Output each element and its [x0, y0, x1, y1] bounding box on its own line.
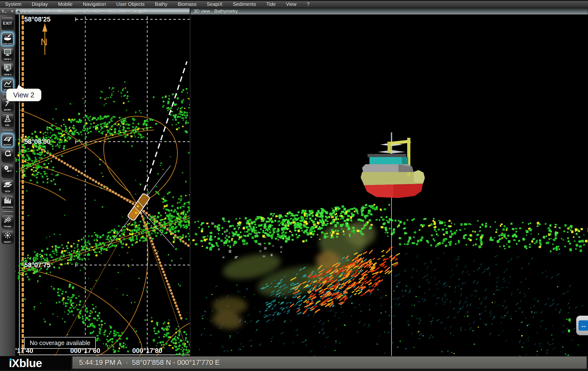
own-ship-icon	[3, 34, 12, 41]
teamviewer-glyph: ↔	[580, 322, 587, 329]
menu-item-seapix[interactable]: SeapiX	[202, 1, 228, 7]
toolbar-button-night[interactable]: NIGHT	[1, 230, 14, 244]
toolbar-button-label: VIEW 1	[2, 58, 13, 60]
menu-item-system[interactable]: System	[0, 1, 27, 7]
menu-item-user-objects[interactable]: User Objects	[111, 1, 150, 7]
menu-item-[interactable]: ?	[302, 1, 315, 7]
menu-item-sediments[interactable]: Sediments	[228, 1, 261, 7]
toolbar-title: T...	[2, 9, 7, 13]
logo-rest: Xblue	[12, 356, 42, 370]
toolbar-separator	[2, 130, 13, 131]
menu-item-view[interactable]: View	[281, 1, 302, 7]
map-title-text: N UP - RM - Mercator - 1/5 000 - WGS84 -…	[22, 9, 147, 14]
fish-school-right	[384, 218, 588, 252]
own-ship-marker[interactable]	[127, 193, 150, 221]
menu-item-display[interactable]: Display	[27, 1, 53, 7]
toolbar-button-label: HISTOGRAM	[2, 206, 13, 208]
lat-label-1: 58°08'00	[24, 138, 50, 146]
map-gridlines	[76, 16, 190, 355]
toolbar-button-bathy[interactable]: BATHY	[1, 133, 14, 147]
menu-item-bathy[interactable]: Bathy	[150, 1, 172, 7]
tooltip-pointer	[17, 85, 24, 89]
ebl-icon	[3, 115, 12, 123]
logo-dot	[10, 359, 12, 361]
trawl-icon	[3, 216, 12, 224]
toolbar-button-label: EBL	[2, 124, 13, 127]
echo-smudges	[211, 221, 376, 331]
map-chart: N	[15, 14, 190, 356]
bathy-icon	[3, 135, 12, 143]
svg-text:N: N	[41, 37, 47, 47]
menu-item-biomass[interactable]: Biomass	[172, 1, 202, 7]
ixblue-logo: ıXblue	[9, 356, 42, 370]
toolbar-button-label: EXIT	[2, 21, 13, 26]
night-icon	[3, 232, 12, 239]
toolbar-buttons: EXITOWN SHIPVIEW 1VIEW 2SEAPIXMARKEBLBAT…	[0, 15, 15, 244]
toolbar-button-own-ship[interactable]: OWN SHIP	[1, 32, 14, 46]
sedi-icon	[3, 181, 12, 189]
status-bar: ıXblue 5:44:19 PM A · 58°07'858 N - 000°…	[0, 356, 588, 371]
toolbar-button-view-2[interactable]: VIEW 2	[1, 63, 14, 77]
seapix-icon	[3, 80, 12, 88]
ship-3d-model	[361, 132, 425, 198]
map-panel-title: ◄ N UP - RM - Mercator - 1/5 000 - WGS84…	[15, 8, 190, 14]
view3d-content[interactable]	[191, 14, 588, 356]
scattered-detections	[199, 284, 579, 356]
toolbar-button-echo-loop[interactable]	[1, 149, 14, 162]
tooltip-text: View 2	[13, 91, 35, 99]
toolbar-header: T... ×	[0, 8, 15, 15]
lat-label-2: 58°07'75	[24, 261, 50, 269]
faint-echo-dots	[211, 220, 292, 259]
toolbar-button-label: SEDI	[2, 190, 13, 193]
view-1-icon	[3, 49, 12, 57]
status-time: 5:44:19 PM A	[79, 359, 122, 367]
map-content[interactable]: N 58°08'2558°08'0058°07'75'17'40000°17'6…	[15, 14, 190, 356]
toolbar-button-label: OWN SHIP	[2, 43, 13, 45]
no-coverage-message: No coverage available	[24, 337, 96, 349]
collapse-panel-icon[interactable]: ◄	[17, 8, 20, 14]
map-panel: ◄ N UP - RM - Mercator - 1/5 000 - WGS84…	[15, 8, 190, 356]
toolbar-button-label: BATHY	[2, 144, 13, 146]
toolbar-button-label: MARK	[2, 109, 13, 111]
toolbar-separator	[2, 211, 13, 212]
toolbar-panel: T... × EXITOWN SHIPVIEW 1VIEW 2SEAPIXMAR…	[0, 8, 15, 356]
bathymetry-3d-scene	[191, 14, 588, 356]
logo-box: ıXblue	[0, 356, 71, 370]
menu-item-navigation[interactable]: Navigation	[78, 1, 111, 7]
teamviewer-tab[interactable]: ↔	[576, 316, 588, 335]
tooltip-view2: View 2	[6, 89, 41, 101]
toolbar-button-histogram[interactable]: HISTOGRAM	[1, 195, 14, 209]
toolbar-button-sedi[interactable]: SEDI	[1, 180, 14, 193]
echo-disc-icon	[3, 165, 12, 173]
view-2-icon	[3, 64, 12, 72]
heading-line	[139, 61, 187, 207]
status-position: 58°07'858 N - 000°17'770 E	[132, 359, 220, 367]
teamviewer-icon: ↔	[578, 320, 588, 331]
toolbar-button-label: NIGHT	[2, 241, 13, 243]
toolbar-button-label: VIEW 2	[2, 73, 13, 76]
toolbar-button-exit[interactable]: EXIT	[1, 17, 14, 30]
menu-item-mobile[interactable]: Mobile	[53, 1, 78, 7]
toolbar-button-echo-disc[interactable]	[1, 164, 14, 178]
view3d-title-text: 3D view - Bathymetry	[194, 9, 238, 14]
view3d-panel-title: 3D view - Bathymetry	[191, 8, 588, 14]
toolbar-button-label: TRAWL	[2, 225, 13, 228]
toolbar-button-trawl[interactable]: TRAWL	[1, 215, 14, 229]
menu-item-tide[interactable]: Tide	[261, 1, 281, 7]
lat-label-0: 58°08'25	[24, 16, 50, 23]
close-icon[interactable]: ×	[11, 9, 13, 14]
lon-label-2: 000°17'80	[132, 347, 162, 355]
sonar-detections-layer	[15, 81, 190, 356]
toolbar-button-view-1[interactable]: VIEW 1	[1, 47, 14, 61]
application-window: SystemDisplayMobileNavigationUser Object…	[0, 0, 588, 371]
status-info-bar: 5:44:19 PM A · 58°07'858 N - 000°17'770 …	[73, 357, 587, 369]
toolbar-button-ebl[interactable]: EBL	[1, 114, 14, 127]
histogram-icon	[3, 196, 12, 204]
menu-items: SystemDisplayMobileNavigationUser Object…	[0, 1, 588, 8]
view3d-panel: 3D view - Bathymetry	[190, 8, 588, 356]
echo-loop-icon	[3, 150, 12, 158]
north-arrow: N	[41, 23, 47, 55]
menu-bar: SystemDisplayMobileNavigationUser Object…	[0, 0, 588, 8]
status-separator: ·	[126, 359, 128, 367]
